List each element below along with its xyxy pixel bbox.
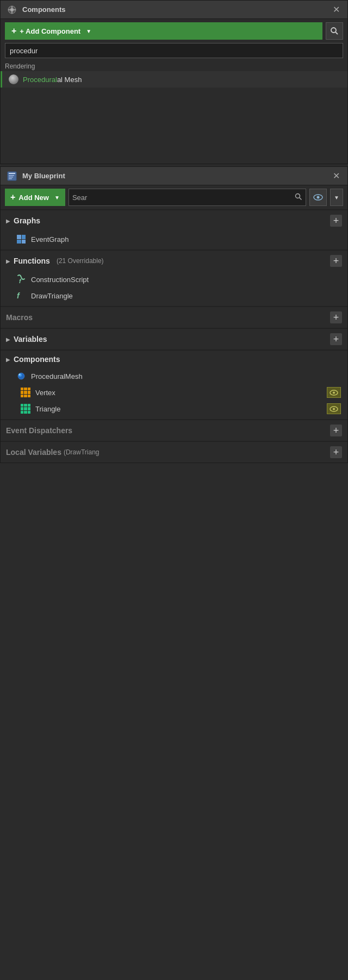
components-panel-title: Components [22,5,65,14]
bp-components-section-title: Components [14,355,60,364]
add-new-button[interactable]: + Add New ▼ [5,189,65,206]
vertex-item[interactable]: Vertex [1,384,347,401]
local-variables-add-button[interactable]: + [330,446,342,458]
procedural-mesh-bp-label: ProceduralMesh [31,372,83,380]
triangle-eye-badge [327,403,341,414]
blueprint-panel-icon [6,170,18,182]
functions-header-left: ▶ Functions (21 Overridable) [6,257,104,265]
blueprint-titlebar: My Blueprint ✕ [1,167,347,185]
triangle-visibility-icon[interactable] [327,403,341,414]
add-component-button[interactable]: + + Add Component ▼ [5,22,322,40]
triangle-item[interactable]: Triangle [1,401,347,417]
procedural-mesh-highlight: Procedural [23,76,57,84]
eventgraph-label: EventGraph [31,235,69,244]
svg-rect-12 [9,178,12,179]
bp-components-section-header[interactable]: ▶ Components [1,350,347,368]
blueprint-panel-title: My Blueprint [22,172,65,180]
procedural-mesh-item[interactable]: ProceduralMesh [1,368,347,384]
graphs-add-button[interactable]: + [330,215,342,227]
vertex-eye-badge [327,387,341,398]
construction-script-icon: f [16,274,27,285]
macros-add-button[interactable]: + [330,311,342,323]
blueprint-title-group: My Blueprint [6,170,65,182]
graphs-header-left: ▶ Graphs [6,216,40,225]
variables-section-header[interactable]: ▶ Variables + [1,328,347,349]
graphs-chevron-icon: ▶ [6,218,10,224]
graphs-section-title: Graphs [14,216,40,225]
functions-items: f ConstructionScript f DrawTriangle [1,271,347,306]
svg-line-7 [335,32,338,34]
add-component-chevron-icon: ▼ [86,28,91,34]
svg-text:f: f [17,291,20,300]
variables-chevron-icon: ▶ [6,336,10,342]
bp-components-chevron-icon: ▶ [6,357,10,363]
svg-line-14 [300,197,302,199]
vertex-label: Vertex [35,389,55,397]
blueprint-search-icon [295,193,302,202]
variables-section-title: Variables [14,335,47,344]
components-close-button[interactable]: ✕ [331,4,342,15]
components-search-row [1,43,347,60]
procedural-mesh-result[interactable]: Proceduralal Mesh [1,71,347,88]
procedural-mesh-result-label: Proceduralal Mesh [23,76,82,84]
event-dispatchers-add-button[interactable]: + [330,425,342,436]
macros-section-title: Macros [6,313,33,322]
svg-point-16 [317,196,320,199]
vertex-visibility-icon[interactable] [327,387,341,398]
blueprint-search-box[interactable] [69,189,306,206]
eventgraph-icon [16,234,27,245]
add-component-label: + Add Component [20,27,80,35]
event-dispatchers-title: Event Dispatchers [6,426,72,435]
functions-section-subtitle: (21 Overridable) [57,257,104,265]
functions-section-header[interactable]: ▶ Functions (21 Overridable) + [1,250,347,271]
components-panel-icon [6,4,18,16]
functions-chevron-icon: ▶ [6,258,10,264]
macros-section-header[interactable]: Macros + [1,307,347,328]
add-new-chevron-icon: ▼ [54,195,60,201]
procedural-mesh-result-icon [9,74,18,84]
draw-triangle-item[interactable]: f DrawTriangle [1,288,347,304]
svg-point-21 [19,374,21,376]
eventgraph-item[interactable]: EventGraph [1,231,347,247]
components-search-input[interactable] [5,43,343,58]
components-title-group: Components [6,4,65,16]
variables-add-button[interactable]: + [330,333,342,345]
procedural-mesh-suffix: al Mesh [57,76,82,84]
svg-rect-9 [9,173,15,174]
add-component-plus-icon: + [11,26,16,36]
components-toolbar: + + Add Component ▼ [1,19,347,43]
add-new-plus-icon: + [10,192,15,202]
blueprint-options-chevron-button[interactable]: ▼ [330,189,343,206]
blueprint-search-input[interactable] [72,193,293,202]
vertex-icon [20,387,31,398]
components-empty-area [1,88,347,164]
graphs-section-header[interactable]: ▶ Graphs + [1,210,347,231]
components-titlebar: Components ✕ [1,1,347,19]
triangle-label: Triangle [35,405,60,413]
local-variables-title: Local Variables [6,448,61,457]
svg-point-6 [331,28,336,33]
blueprint-panel: My Blueprint ✕ + Add New ▼ ▼ [0,166,348,463]
svg-point-13 [296,193,300,198]
svg-point-1 [10,8,14,11]
construction-script-item[interactable]: f ConstructionScript [1,271,347,288]
triangle-icon [20,403,31,414]
procedural-mesh-bp-icon [16,371,27,382]
local-variables-section-header[interactable]: Local Variables (DrawTriang + [1,441,347,463]
blueprint-close-button[interactable]: ✕ [331,171,342,181]
components-search-icon-button[interactable] [326,22,343,40]
bp-components-items: ProceduralMesh Vertex [1,368,347,419]
blueprint-toolbar: + Add New ▼ ▼ [1,185,347,209]
components-category-rendering: Rendering [1,60,347,71]
svg-point-25 [333,408,335,410]
draw-triangle-icon: f [16,290,27,301]
blueprint-visibility-button[interactable] [309,189,327,206]
graphs-items: EventGraph [1,231,347,249]
bp-components-header-left: ▶ Components [6,355,60,364]
variables-header-left: ▶ Variables [6,335,47,344]
svg-rect-10 [9,175,14,176]
svg-rect-11 [9,177,13,178]
functions-add-button[interactable]: + [330,255,342,267]
search-icon [330,27,339,35]
event-dispatchers-section-header[interactable]: Event Dispatchers + [1,420,347,441]
